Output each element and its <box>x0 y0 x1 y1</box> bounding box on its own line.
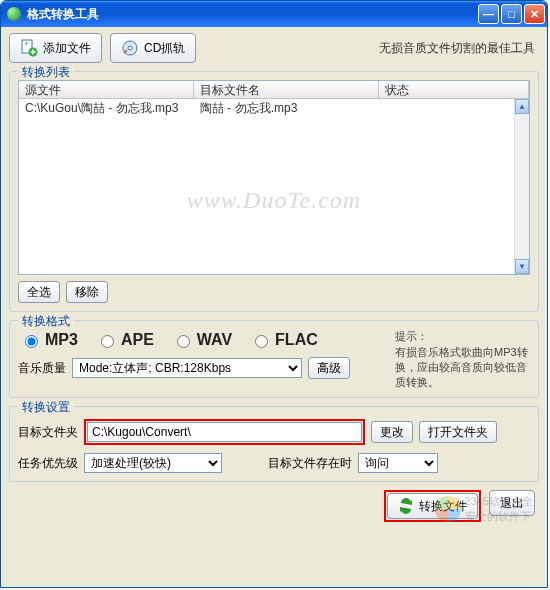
radio-wav[interactable] <box>177 335 190 348</box>
quality-label: 音乐质量 <box>18 360 66 377</box>
convert-list-group: 转换列表 源文件 目标文件名 状态 C:\KuGou\陶喆 - 勿忘我.mp3 … <box>9 71 539 312</box>
scroll-up-icon[interactable]: ▲ <box>515 99 529 114</box>
highlight-convert-button: 转换文件 <box>384 490 481 522</box>
convert-icon <box>398 498 414 514</box>
open-folder-button[interactable]: 打开文件夹 <box>419 421 497 443</box>
add-file-icon <box>20 39 38 57</box>
col-status[interactable]: 状态 <box>379 81 529 98</box>
maximize-button[interactable]: □ <box>501 4 522 24</box>
radio-flac[interactable] <box>255 335 268 348</box>
cell-source: C:\KuGou\陶喆 - 勿忘我.mp3 <box>19 100 194 117</box>
exists-select[interactable]: 询问 <box>358 453 438 473</box>
list-row[interactable]: C:\KuGou\陶喆 - 勿忘我.mp3 陶喆 - 勿忘我.mp3 <box>19 99 529 118</box>
window-titlebar: 格式转换工具 — □ ✕ <box>1 1 547 27</box>
watermark-text: www.DuoTe.com <box>19 187 529 214</box>
cd-grab-button[interactable]: CD抓轨 <box>110 33 196 63</box>
priority-label: 任务优先级 <box>18 455 78 472</box>
quality-select[interactable]: Mode:立体声; CBR:128Kbps <box>72 358 302 378</box>
target-folder-label: 目标文件夹 <box>18 424 78 441</box>
scroll-down-icon[interactable]: ▼ <box>515 259 529 274</box>
hint-body: 有损音乐格式歌曲向MP3转换，应由较高音质向较低音质转换。 <box>395 345 530 390</box>
radio-ape[interactable] <box>101 335 114 348</box>
convert-button[interactable]: 转换文件 <box>387 493 478 519</box>
settings-legend: 转换设置 <box>18 399 74 416</box>
cd-grab-label: CD抓轨 <box>144 40 185 57</box>
app-icon <box>7 7 21 21</box>
minimize-button[interactable]: — <box>478 4 499 24</box>
convert-list-legend: 转换列表 <box>18 64 74 81</box>
exists-label: 目标文件存在时 <box>268 455 352 472</box>
add-file-button[interactable]: 添加文件 <box>9 33 102 63</box>
remove-button[interactable]: 移除 <box>66 281 108 303</box>
window-title: 格式转换工具 <box>27 6 476 23</box>
format-legend: 转换格式 <box>18 313 74 330</box>
highlight-target-folder <box>84 419 365 445</box>
change-folder-button[interactable]: 更改 <box>371 421 413 443</box>
col-source[interactable]: 源文件 <box>19 81 194 98</box>
format-option-ape[interactable]: APE <box>96 331 154 349</box>
col-target[interactable]: 目标文件名 <box>194 81 379 98</box>
advanced-button[interactable]: 高级 <box>308 357 350 379</box>
add-file-label: 添加文件 <box>43 40 91 57</box>
settings-group: 转换设置 目标文件夹 更改 打开文件夹 任务优先级 加速处理(较快) 目标文件存… <box>9 406 539 482</box>
list-scrollbar[interactable]: ▲ ▼ <box>514 99 529 274</box>
cell-target: 陶喆 - 勿忘我.mp3 <box>194 100 379 117</box>
cd-icon <box>121 39 139 57</box>
hint-box: 提示： 有损音乐格式歌曲向MP3转换，应由较高音质向较低音质转换。 <box>395 329 530 389</box>
exit-button[interactable]: 退出 <box>489 490 535 516</box>
close-button[interactable]: ✕ <box>524 4 545 24</box>
target-folder-input[interactable] <box>87 422 362 442</box>
cell-status <box>379 100 529 117</box>
format-option-mp3[interactable]: MP3 <box>20 331 78 349</box>
priority-select[interactable]: 加速处理(较快) <box>84 453 222 473</box>
format-option-flac[interactable]: FLAC <box>250 331 318 349</box>
file-list[interactable]: 源文件 目标文件名 状态 C:\KuGou\陶喆 - 勿忘我.mp3 陶喆 - … <box>18 80 530 275</box>
select-all-button[interactable]: 全选 <box>18 281 60 303</box>
format-option-wav[interactable]: WAV <box>172 331 232 349</box>
format-group: 转换格式 MP3 APE WAV <box>9 320 539 398</box>
svg-point-3 <box>128 46 132 50</box>
list-header: 源文件 目标文件名 状态 <box>19 81 529 99</box>
radio-mp3[interactable] <box>25 335 38 348</box>
slogan-text: 无损音质文件切割的最佳工具 <box>379 40 539 57</box>
hint-title: 提示： <box>395 329 530 344</box>
